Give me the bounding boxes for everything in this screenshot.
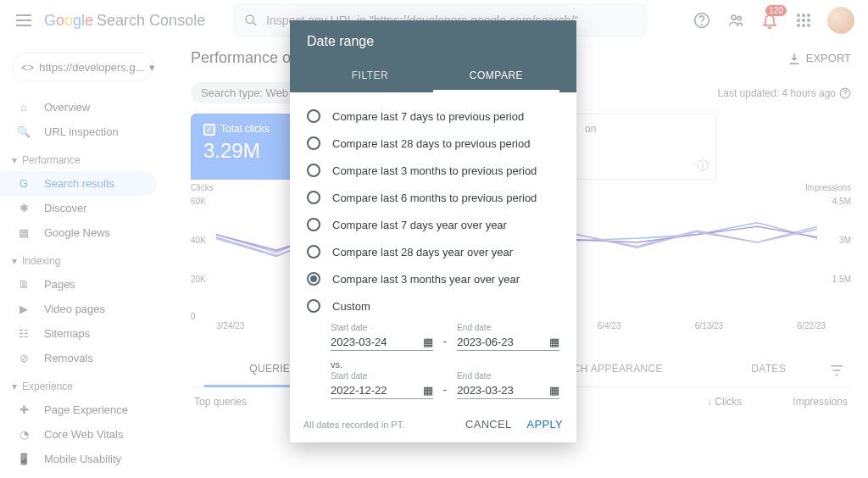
end-date-field[interactable]: End date 2023-06-23▦ — [457, 323, 559, 351]
compare-option[interactable]: Compare last 28 days year over year — [295, 238, 571, 265]
compare-option[interactable]: Compare last 28 days to previous period — [295, 130, 571, 157]
vs-label: vs. — [331, 359, 559, 370]
field-label: End date — [457, 323, 559, 332]
start-date-field-2[interactable]: Start date 2022-12-22▦ — [331, 371, 433, 399]
start-date-value: 2023-03-24 — [331, 336, 387, 348]
radio-icon — [307, 218, 320, 231]
compare-option[interactable]: Custom — [295, 292, 571, 320]
option-label: Compare last 3 months to previous period — [332, 164, 537, 177]
calendar-icon[interactable]: ▦ — [549, 384, 559, 397]
calendar-icon[interactable]: ▦ — [423, 336, 433, 348]
field-label: Start date — [331, 323, 433, 332]
option-label: Compare last 28 days to previous period — [332, 137, 530, 150]
cancel-button[interactable]: CANCEL — [465, 418, 512, 431]
compare-option[interactable]: Compare last 7 days to previous period — [295, 103, 571, 130]
radio-icon — [307, 109, 320, 123]
radio-icon — [307, 299, 320, 313]
field-label: Start date — [331, 371, 433, 381]
dialog-tab-filter[interactable]: FILTER — [307, 61, 433, 92]
radio-icon — [307, 164, 320, 177]
option-label: Compare last 7 days year over year — [332, 219, 507, 231]
dialog-title: Date range — [307, 34, 559, 49]
compare-option[interactable]: Compare last 3 months to previous period — [295, 157, 571, 184]
custom-date-block: Start date 2023-03-24▦ - End date 2023-0… — [290, 323, 576, 399]
compare-option[interactable]: Compare last 6 months to previous period — [295, 184, 571, 211]
radio-icon — [307, 272, 320, 286]
compare-option[interactable]: Compare last 3 months year over year — [295, 265, 571, 292]
option-label: Compare last 6 months to previous period — [332, 192, 537, 204]
compare-option[interactable]: Compare last 7 days year over year — [295, 211, 571, 238]
dialog-footer: All dates recorded in PT. CANCEL APPLY — [290, 408, 576, 442]
dialog-tab-compare[interactable]: COMPARE — [433, 61, 559, 92]
dialog-options: Compare last 7 days to previous periodCo… — [290, 92, 576, 323]
calendar-icon[interactable]: ▦ — [549, 336, 559, 348]
range-dash: - — [440, 383, 450, 399]
apply-button[interactable]: APPLY — [527, 418, 563, 431]
option-label: Compare last 28 days year over year — [332, 246, 513, 258]
dialog-note: All dates recorded in PT. — [303, 420, 404, 430]
field-label: End date — [457, 371, 559, 381]
radio-icon — [307, 245, 320, 258]
end-date-field-2[interactable]: End date 2023-03-23▦ — [457, 371, 559, 399]
start-date-value-2: 2022-12-22 — [331, 384, 387, 397]
option-label: Compare last 3 months year over year — [332, 273, 520, 286]
option-label: Custom — [332, 300, 370, 313]
end-date-value: 2023-06-23 — [457, 336, 514, 348]
start-date-field[interactable]: Start date 2023-03-24▦ — [331, 323, 433, 351]
date-range-dialog: Date range FILTER COMPARE Compare last 7… — [290, 20, 576, 442]
calendar-icon[interactable]: ▦ — [423, 384, 433, 397]
dialog-tabs: FILTER COMPARE — [307, 61, 559, 92]
radio-icon — [307, 191, 320, 204]
range-dash: - — [440, 335, 450, 351]
end-date-value-2: 2023-03-23 — [457, 384, 514, 397]
dialog-header: Date range FILTER COMPARE — [290, 20, 576, 92]
option-label: Compare last 7 days to previous period — [332, 110, 524, 123]
radio-icon — [307, 136, 320, 150]
